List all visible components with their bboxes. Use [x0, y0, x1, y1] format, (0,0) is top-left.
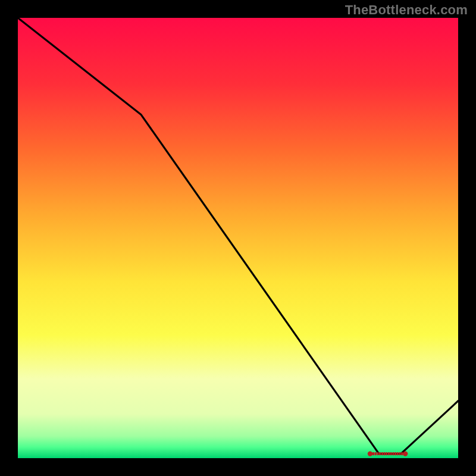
- svg-rect-11: [388, 452, 390, 455]
- curve-layer: [18, 18, 458, 458]
- svg-rect-5: [375, 452, 377, 455]
- svg-rect-12: [390, 452, 392, 455]
- series-curve: [18, 18, 458, 454]
- svg-rect-10: [386, 452, 387, 455]
- svg-rect-9: [384, 452, 386, 455]
- watermark-text: TheBottleneck.com: [345, 2, 468, 18]
- chart-frame: TheBottleneck.com: [0, 0, 476, 476]
- plot-area: [18, 18, 458, 458]
- svg-rect-4: [372, 452, 374, 455]
- svg-rect-6: [377, 452, 378, 455]
- svg-rect-16: [399, 452, 400, 455]
- svg-rect-18: [403, 452, 405, 455]
- svg-rect-3: [370, 452, 372, 455]
- svg-rect-15: [397, 452, 399, 455]
- svg-rect-8: [381, 452, 383, 455]
- svg-rect-7: [379, 452, 381, 455]
- svg-rect-14: [394, 452, 396, 455]
- svg-rect-17: [401, 452, 403, 455]
- svg-rect-13: [392, 452, 394, 455]
